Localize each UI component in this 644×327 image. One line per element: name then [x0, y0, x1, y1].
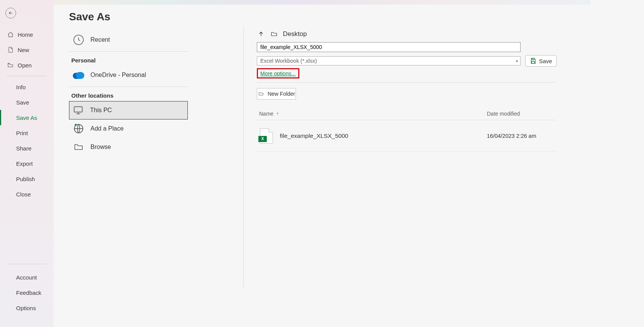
- nav-info[interactable]: Info: [0, 79, 54, 95]
- file-row[interactable]: X file_example_XLSX_5000 16/04/2023 2:26…: [257, 120, 556, 152]
- folder-open-icon: [270, 30, 278, 38]
- vertical-divider: [243, 27, 244, 287]
- nav-home-label: Home: [18, 31, 33, 38]
- separator: [69, 51, 188, 52]
- locations-column: Recent Personal OneDrive - Personal Othe…: [69, 31, 188, 156]
- location-browse[interactable]: Browse: [69, 138, 188, 156]
- location-add-a-place[interactable]: Add a Place: [69, 119, 188, 138]
- clock-icon: [72, 33, 85, 46]
- nav-open[interactable]: Open: [0, 57, 54, 73]
- chevron-down-icon: ▾: [516, 59, 518, 63]
- file-row-name: file_example_XLSX_5000: [280, 132, 487, 139]
- file-type-value: Excel Workbook (*.xlsx): [260, 58, 317, 64]
- folder-open-icon: [7, 62, 14, 69]
- nav-publish[interactable]: Publish: [0, 171, 54, 186]
- globe-plus-icon: [72, 122, 85, 135]
- filename-input[interactable]: [257, 42, 521, 52]
- location-browse-label: Browse: [90, 144, 111, 150]
- nav-new[interactable]: New: [0, 42, 54, 57]
- nav-feedback[interactable]: Feedback: [0, 285, 54, 300]
- file-panel: Desktop Excel Workbook (*.xlsx) ▾ Save M…: [257, 28, 629, 152]
- nav-share[interactable]: Share: [0, 141, 54, 156]
- location-recent-label: Recent: [90, 36, 110, 43]
- up-one-level-button[interactable]: [257, 30, 265, 38]
- svg-rect-1: [74, 107, 82, 112]
- file-list-header: Name Date modified: [257, 107, 556, 120]
- location-add-a-place-label: Add a Place: [90, 125, 123, 132]
- new-folder-button[interactable]: New Folder: [257, 88, 296, 100]
- more-options-highlight: More options...: [257, 68, 299, 78]
- nav-print[interactable]: Print: [0, 125, 54, 141]
- save-button[interactable]: Save: [525, 55, 557, 67]
- separator: [69, 87, 188, 87]
- column-header-name-label: Name: [259, 111, 273, 117]
- nav-save-as[interactable]: Save As: [0, 110, 54, 125]
- sort-asc-icon: [276, 112, 279, 116]
- this-pc-icon: [72, 104, 85, 117]
- column-header-name[interactable]: Name: [257, 111, 487, 117]
- nav-account[interactable]: Account: [0, 270, 54, 285]
- column-header-date[interactable]: Date modified: [487, 111, 556, 117]
- file-row-date: 16/04/2023 2:26 am: [487, 133, 536, 139]
- home-icon: [7, 31, 14, 38]
- nav-separator: [7, 76, 47, 76]
- folder-icon: [72, 141, 85, 154]
- location-this-pc-label: This PC: [90, 107, 112, 114]
- nav-close[interactable]: Close: [0, 186, 54, 202]
- nav-separator: [7, 264, 47, 264]
- main-panel: Save As Recent Personal OneDrive - Perso…: [54, 0, 644, 327]
- location-this-pc[interactable]: This PC: [69, 101, 188, 119]
- save-icon: [530, 57, 537, 64]
- arrow-left-icon: [8, 10, 13, 16]
- nav-save[interactable]: Save: [0, 95, 54, 110]
- more-options-link[interactable]: More options...: [260, 70, 296, 77]
- new-folder-icon: [258, 91, 264, 96]
- current-path[interactable]: Desktop: [283, 30, 307, 38]
- file-type-dropdown[interactable]: Excel Workbook (*.xlsx) ▾: [257, 56, 521, 65]
- separator: [257, 82, 556, 83]
- location-onedrive-personal[interactable]: OneDrive - Personal: [69, 66, 188, 84]
- back-button[interactable]: [5, 8, 16, 18]
- location-onedrive-label: OneDrive - Personal: [90, 72, 146, 78]
- location-recent[interactable]: Recent: [69, 31, 188, 49]
- onedrive-icon: [72, 69, 85, 82]
- page-title: Save As: [69, 11, 110, 23]
- heading-other-locations: Other locations: [71, 92, 188, 99]
- heading-personal: Personal: [71, 57, 188, 64]
- new-folder-label: New Folder: [268, 91, 295, 97]
- save-button-label: Save: [539, 58, 552, 64]
- nav-home[interactable]: Home: [0, 27, 54, 42]
- nav-new-label: New: [18, 47, 29, 53]
- nav-options[interactable]: Options: [0, 300, 54, 316]
- nav-open-label: Open: [18, 62, 32, 69]
- nav-export[interactable]: Export: [0, 156, 54, 171]
- decorative-gradient: [54, 0, 590, 5]
- excel-file-icon: X: [260, 128, 273, 144]
- backstage-left-nav: Home New Open Info Save Save As Print Sh…: [0, 0, 54, 327]
- document-icon: [7, 46, 14, 53]
